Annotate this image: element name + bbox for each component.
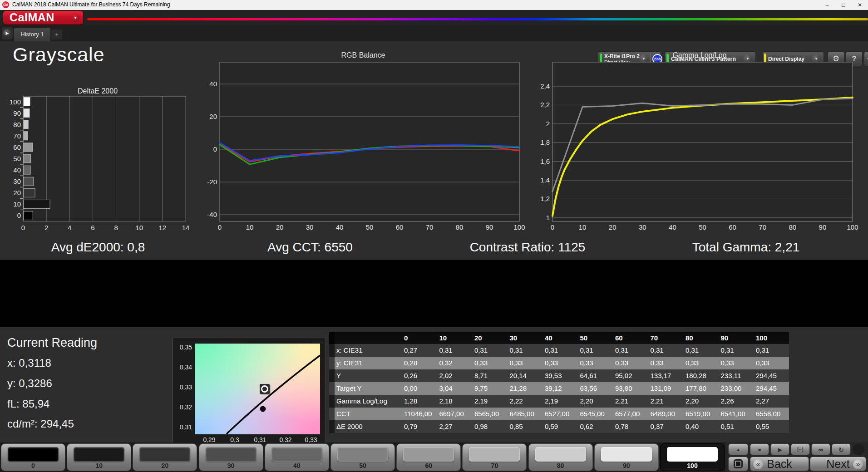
close-button[interactable]: ✕ (852, 0, 868, 10)
axis-tick-label: 40 (669, 223, 676, 231)
maximize-button[interactable]: □ (835, 0, 852, 10)
table-cell: 0,31 (648, 344, 684, 357)
continuous-read-button[interactable]: ∞ (811, 443, 830, 455)
axis-tick-label: 90 (819, 223, 827, 231)
transport-cluster: ▲ ■ ▶ [··] ∞ ↻ « Back Next » (725, 442, 868, 472)
axis-tick-label: 0 (21, 224, 25, 231)
rgb-balance-chart: 40200-20-400102030405060708090100 (200, 50, 527, 231)
table-cell: 294,45 (754, 369, 789, 382)
table-cell: 0,33 (578, 357, 613, 369)
table-cell: 6558,00 (754, 408, 789, 420)
axis-tick-label: 70 (13, 132, 21, 140)
table-cell: 0,31 (683, 344, 719, 357)
axis-tick-label: 70 (759, 223, 766, 231)
logo-strip: CalMAN ▼ (0, 10, 868, 25)
table-cell: 2,20 (683, 395, 719, 408)
table-cell: 294,45 (754, 382, 789, 395)
measurement-table: 0102030405060708090100 x: CIE310,270,310… (329, 332, 789, 433)
table-cell: 8,71 (472, 369, 508, 382)
pattern-button-60[interactable]: 60 (396, 443, 461, 471)
table-cell: 0,51 (719, 420, 754, 433)
pattern-button-70[interactable]: 70 (462, 443, 527, 471)
pattern-button-10[interactable]: 10 (67, 443, 131, 471)
table-cell: 0,33 (472, 357, 508, 369)
table-row: Target Y0,003,049,7521,2839,1263,5693,80… (329, 382, 789, 395)
axis-tick-label: 30 (306, 223, 314, 231)
add-tab-button[interactable]: + (51, 30, 62, 39)
axis-tick-label: 30 (13, 177, 21, 185)
deltae-bar (24, 177, 34, 186)
play-button[interactable]: ▶ (770, 443, 789, 455)
deltae-bar (24, 120, 28, 129)
table-cell: 2,27 (437, 420, 473, 433)
table-cell: 39,12 (542, 382, 578, 395)
table-cell: 0,62 (578, 420, 613, 433)
back-button[interactable]: « Back (750, 457, 809, 471)
tab-scroll-left-button[interactable]: ▶ (2, 27, 13, 39)
pattern-button-20[interactable]: 20 (133, 443, 197, 471)
deltae-bar (24, 211, 33, 220)
table-cell: 177,80 (683, 382, 719, 395)
single-pattern-button[interactable]: [··] (791, 443, 810, 455)
stat-avg-de2000: Avg dE2000: 0,8 (51, 239, 145, 256)
pattern-swatch (469, 447, 520, 462)
refresh-button[interactable]: ↻ (832, 443, 851, 455)
cie-chart-panel: 0,350,340,330,320,31 0,290,30,310,320,33 (173, 338, 326, 444)
table-cell: 0,55 (754, 420, 789, 433)
axis-tick-label: 10 (246, 223, 254, 231)
pattern-button-0[interactable]: 0 (1, 443, 65, 471)
table-cell: 2,02 (437, 369, 473, 382)
pattern-button-50[interactable]: 50 (330, 443, 395, 471)
table-cell: 0,98 (472, 420, 508, 433)
next-button[interactable]: Next » (810, 457, 866, 471)
pattern-window-button[interactable] (728, 457, 748, 471)
axis-tick-label: 12 (159, 224, 167, 231)
calman-menu-button[interactable]: CalMAN ▼ (3, 11, 83, 25)
pattern-level-label: 80 (529, 462, 592, 469)
table-cell: 2,26 (719, 395, 754, 408)
axis-tick-label: 60 (13, 143, 21, 151)
calman-logo-text: CalMAN (10, 11, 54, 24)
table-cell: 2,20 (578, 395, 613, 408)
axis-tick-label: 80 (13, 121, 21, 128)
pattern-level-label: 70 (463, 462, 526, 469)
axis-tick-label: 1,6 (540, 157, 550, 165)
rainbow-divider (87, 18, 868, 20)
axis-tick-label: -40 (207, 211, 217, 218)
axis-tick-label: 40 (209, 80, 217, 88)
pattern-bar-up-button[interactable]: ▲ (728, 443, 748, 455)
table-cell: 0,33 (508, 357, 543, 369)
pattern-swatch (206, 447, 256, 462)
deltae-bar (24, 188, 35, 197)
table-cell: 9,75 (472, 382, 508, 395)
pattern-button-30[interactable]: 30 (199, 443, 263, 471)
window-titlebar: CM CalMAN 2018 CalMAN Ultimate for Busin… (0, 0, 868, 10)
table-cell: 0,31 (754, 344, 789, 357)
table-corner-cell (329, 332, 402, 344)
table-row: Gamma Log/Log1,282,182,192,222,192,202,2… (329, 395, 789, 408)
axis-tick-label: 50 (699, 223, 706, 231)
pattern-button-90[interactable]: 90 (594, 443, 659, 471)
swatch-band: Actual Target 0102030405060708090100 (0, 260, 868, 327)
pattern-button-80[interactable]: 80 (528, 443, 593, 471)
tab-history-1[interactable]: History 1 (14, 28, 50, 41)
up-arrow-icon: ▲ (736, 447, 740, 452)
axis-tick-label: 1 (546, 214, 550, 221)
table-cell: 131,09 (648, 382, 684, 395)
axis-tick-label: 20 (209, 113, 217, 120)
table-cell: 0,31 (508, 344, 543, 357)
table-row: ΔE 20000,792,270,980,850,590,620,780,370… (329, 420, 789, 433)
axis-tick-label: 0 (218, 223, 222, 231)
pattern-button-40[interactable]: 40 (265, 443, 329, 471)
pattern-swatch (403, 447, 454, 462)
gamma-chart: 2,42,221,81,61,41,2101020304050607080901… (531, 50, 868, 231)
deltae-bar (24, 109, 30, 118)
table-cell: 0,33 (754, 357, 789, 369)
minimize-button[interactable]: – (819, 0, 835, 10)
stop-button[interactable]: ■ (750, 443, 769, 455)
table-cell: 0,28 (402, 357, 437, 369)
pattern-button-100[interactable]: 100 (660, 443, 725, 471)
app-icon: CM (2, 1, 9, 8)
table-row-label: CCT (329, 408, 402, 420)
deltae-bar (24, 200, 50, 208)
